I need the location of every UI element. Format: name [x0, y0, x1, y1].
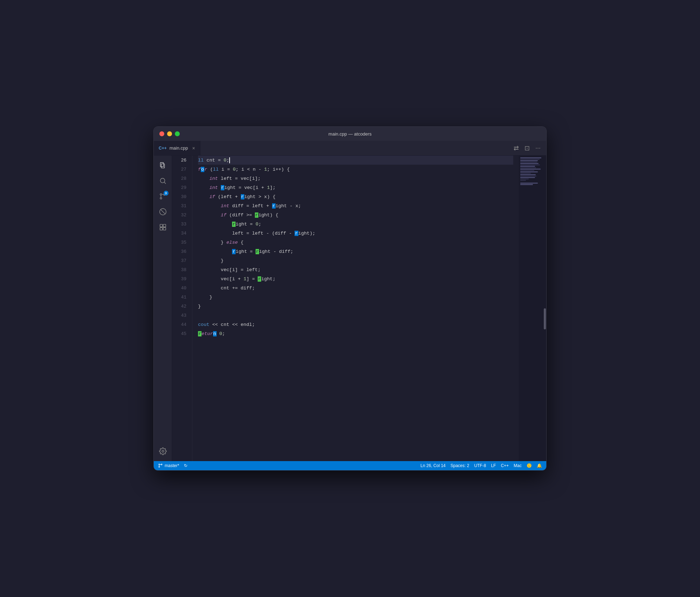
- line-num-28: 28: [172, 174, 189, 183]
- svg-rect-10: [163, 224, 165, 227]
- svg-line-3: [164, 182, 166, 184]
- code-editor[interactable]: ll cnt = 0; for (ll i = 0; i < n - 1; i+…: [192, 156, 519, 461]
- svg-rect-11: [160, 228, 162, 230]
- status-eol[interactable]: LF: [491, 463, 496, 468]
- status-face[interactable]: 🙂: [527, 463, 532, 468]
- compare-icon[interactable]: ⇄: [514, 144, 519, 152]
- line-num-37: 37: [172, 256, 189, 265]
- status-bell[interactable]: 🔔: [537, 463, 542, 468]
- tab-lang: C++: [159, 146, 167, 151]
- code-line-36: right = right - diff;: [198, 247, 513, 256]
- line-num-44: 44: [172, 320, 189, 329]
- line-num-34: 34: [172, 229, 189, 238]
- code-line-28: int left = vec[i];: [198, 174, 513, 183]
- code-line-37: }: [198, 256, 513, 265]
- status-language[interactable]: C++: [501, 463, 509, 468]
- svg-rect-9: [160, 224, 162, 227]
- svg-rect-12: [163, 228, 165, 230]
- line-num-36: 36: [172, 247, 189, 256]
- main-content: 3: [154, 156, 546, 461]
- tabbar-actions: ⇄ ⊡ ···: [514, 144, 546, 152]
- code-line-34: left = left - (diff - right);: [198, 229, 513, 238]
- svg-point-13: [162, 450, 164, 452]
- status-refresh[interactable]: ↻: [184, 463, 187, 468]
- sidebar-item-settings[interactable]: [156, 444, 170, 458]
- line-num-30: 30: [172, 192, 189, 201]
- svg-point-2: [160, 178, 165, 183]
- sidebar-item-search[interactable]: [156, 174, 170, 188]
- code-line-40: cnt += diff;: [198, 283, 513, 293]
- code-line-35: } else {: [198, 238, 513, 247]
- source-control-badge: 3: [164, 191, 169, 196]
- code-line-27: for (ll i = 0; i < n - 1; i++) {: [198, 165, 513, 174]
- close-button[interactable]: [159, 131, 164, 136]
- line-num-31: 31: [172, 201, 189, 210]
- svg-line-8: [160, 209, 165, 214]
- tabbar: C++ main.cpp × ⇄ ⊡ ···: [154, 141, 546, 156]
- minimap-content: [519, 156, 543, 187]
- scrollbar-thumb[interactable]: [544, 308, 546, 329]
- code-line-26: ll cnt = 0;: [198, 156, 513, 165]
- status-branch[interactable]: master*: [158, 463, 179, 468]
- split-editor-icon[interactable]: ⊡: [524, 144, 530, 152]
- status-platform[interactable]: Mac: [514, 463, 522, 468]
- status-right: Ln 26, Col 14 Spaces: 2 UTF-8 LF C++ Mac…: [421, 463, 542, 468]
- branch-name: master*: [165, 463, 179, 468]
- refresh-icon: ↻: [184, 463, 187, 468]
- editor-area: 26 27 28 29 30 31 32 33 34 35 36 37 38 3…: [172, 156, 546, 461]
- sidebar: 3: [154, 156, 172, 461]
- svg-point-6: [160, 197, 162, 199]
- code-line-30: if (left + right > x) {: [198, 192, 513, 201]
- code-line-45: return 0;: [198, 329, 513, 338]
- code-line-43: [198, 311, 513, 320]
- line-num-32: 32: [172, 210, 189, 219]
- tab-list: C++ main.cpp ×: [154, 141, 200, 155]
- line-num-29: 29: [172, 183, 189, 192]
- sidebar-item-files[interactable]: [156, 158, 170, 172]
- line-num-26: 26: [172, 156, 189, 165]
- status-spaces[interactable]: Spaces: 2: [450, 463, 469, 468]
- tab-filename: main.cpp: [170, 145, 188, 151]
- line-num-43: 43: [172, 311, 189, 320]
- line-num-35: 35: [172, 238, 189, 247]
- sidebar-item-extensions[interactable]: [156, 220, 170, 234]
- tab-close-button[interactable]: ×: [192, 145, 195, 151]
- line-num-40: 40: [172, 283, 189, 293]
- line-num-45: 45: [172, 329, 189, 338]
- line-numbers: 26 27 28 29 30 31 32 33 34 35 36 37 38 3…: [172, 156, 192, 461]
- status-position[interactable]: Ln 26, Col 14: [421, 463, 445, 468]
- window-title: main.cpp — atcoders: [329, 131, 372, 137]
- traffic-lights: [159, 131, 180, 136]
- code-line-33: right = 0;: [198, 219, 513, 229]
- code-line-38: vec[i] = left;: [198, 265, 513, 274]
- code-line-29: int right = vec[i + 1];: [198, 183, 513, 192]
- code-line-41: }: [198, 293, 513, 302]
- titlebar: main.cpp — atcoders: [154, 127, 546, 141]
- svg-rect-1: [161, 164, 164, 168]
- code-lines: ll cnt = 0; for (ll i = 0; i < n - 1; i+…: [192, 156, 519, 338]
- tab-main-cpp[interactable]: C++ main.cpp ×: [154, 141, 200, 155]
- branch-icon: [158, 463, 163, 468]
- line-num-27: 27: [172, 165, 189, 174]
- maximize-button[interactable]: [175, 131, 180, 136]
- status-left: master* ↻: [158, 463, 187, 468]
- svg-point-4: [160, 193, 162, 195]
- main-window: main.cpp — atcoders C++ main.cpp × ⇄ ⊡ ·…: [153, 126, 547, 471]
- line-num-39: 39: [172, 274, 189, 283]
- svg-point-16: [159, 466, 160, 467]
- status-encoding[interactable]: UTF-8: [474, 463, 486, 468]
- svg-rect-0: [160, 163, 163, 167]
- scrollbar[interactable]: [543, 156, 546, 461]
- line-num-42: 42: [172, 302, 189, 311]
- sidebar-item-extensions-disabled[interactable]: [156, 205, 170, 219]
- line-num-33: 33: [172, 219, 189, 229]
- code-line-31: int diff = left + right - x;: [198, 201, 513, 210]
- code-line-32: if (diff >= right) {: [198, 210, 513, 219]
- sidebar-item-source-control[interactable]: 3: [156, 189, 170, 203]
- statusbar: master* ↻ Ln 26, Col 14 Spaces: 2 UTF-8 …: [154, 461, 546, 470]
- code-line-39: vec[i + 1] = right;: [198, 274, 513, 283]
- code-line-42: }: [198, 302, 513, 311]
- more-actions-icon[interactable]: ···: [535, 144, 541, 152]
- svg-point-14: [159, 464, 160, 465]
- minimize-button[interactable]: [167, 131, 172, 136]
